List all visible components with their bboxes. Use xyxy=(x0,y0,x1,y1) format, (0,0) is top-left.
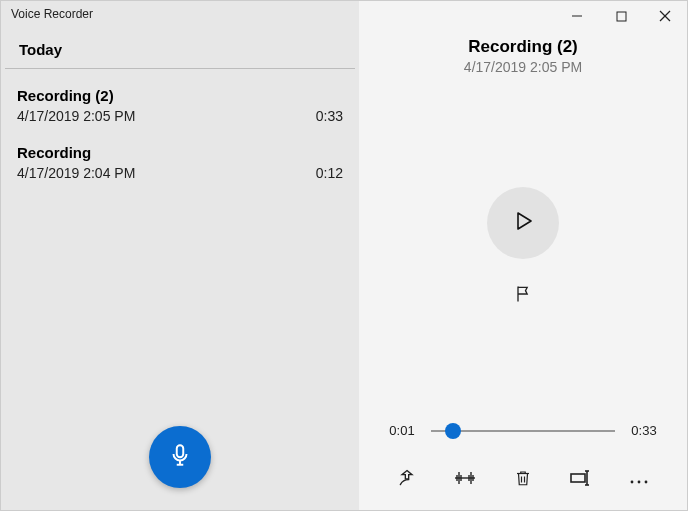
svg-point-21 xyxy=(645,481,648,484)
record-button[interactable] xyxy=(149,426,211,488)
recording-name: Recording xyxy=(17,144,343,161)
recording-datetime: 4/17/2019 2:04 PM xyxy=(17,165,135,181)
play-icon xyxy=(511,209,535,237)
minimize-button[interactable] xyxy=(555,2,599,32)
svg-point-20 xyxy=(638,481,641,484)
seek-thumb[interactable] xyxy=(445,423,461,439)
svg-rect-0 xyxy=(177,445,184,457)
time-elapsed: 0:01 xyxy=(385,423,419,438)
close-button[interactable] xyxy=(643,2,687,32)
share-icon xyxy=(396,468,418,492)
recording-duration: 0:12 xyxy=(316,165,343,181)
share-button[interactable] xyxy=(387,464,427,496)
add-marker-button[interactable] xyxy=(505,281,541,311)
section-header-today: Today xyxy=(5,31,355,69)
play-area xyxy=(359,75,687,423)
app-window: Voice Recorder Today Recording (2) 4/17/… xyxy=(0,0,688,511)
close-icon xyxy=(659,8,671,26)
recordings-panel: Voice Recorder Today Recording (2) 4/17/… xyxy=(1,1,359,510)
minimize-icon xyxy=(571,8,583,26)
recording-datetime: 4/17/2019 2:05 PM xyxy=(17,108,135,124)
rename-button[interactable] xyxy=(561,464,601,496)
microphone-icon xyxy=(167,442,193,472)
playback-title: Recording (2) xyxy=(359,37,687,57)
playback-header: Recording (2) 4/17/2019 2:05 PM xyxy=(359,37,687,75)
svg-point-19 xyxy=(631,481,634,484)
window-controls xyxy=(359,1,687,33)
playback-panel: Recording (2) 4/17/2019 2:05 PM 0:01 0:3… xyxy=(359,1,687,510)
play-button[interactable] xyxy=(487,187,559,259)
trim-button[interactable] xyxy=(445,464,485,496)
recording-item[interactable]: Recording 4/17/2019 2:04 PM 0:12 xyxy=(1,134,359,191)
trim-icon xyxy=(453,469,477,491)
recording-name: Recording (2) xyxy=(17,87,343,104)
recording-duration: 0:33 xyxy=(316,108,343,124)
delete-button[interactable] xyxy=(503,464,543,496)
seek-track[interactable] xyxy=(431,430,615,432)
trash-icon xyxy=(514,468,532,492)
svg-rect-2 xyxy=(617,12,626,21)
maximize-button[interactable] xyxy=(599,2,643,32)
app-title: Voice Recorder xyxy=(1,1,359,31)
time-total: 0:33 xyxy=(627,423,661,438)
more-button[interactable] xyxy=(619,464,659,496)
more-icon xyxy=(629,471,649,489)
playback-subtitle: 4/17/2019 2:05 PM xyxy=(359,59,687,75)
maximize-icon xyxy=(616,8,627,26)
svg-rect-15 xyxy=(571,474,585,482)
flag-icon xyxy=(513,284,533,308)
action-bar xyxy=(359,456,687,510)
recording-item[interactable]: Recording (2) 4/17/2019 2:05 PM 0:33 xyxy=(1,77,359,134)
rename-icon xyxy=(569,470,593,490)
svg-marker-5 xyxy=(518,213,531,229)
timeline: 0:01 0:33 xyxy=(359,423,687,438)
